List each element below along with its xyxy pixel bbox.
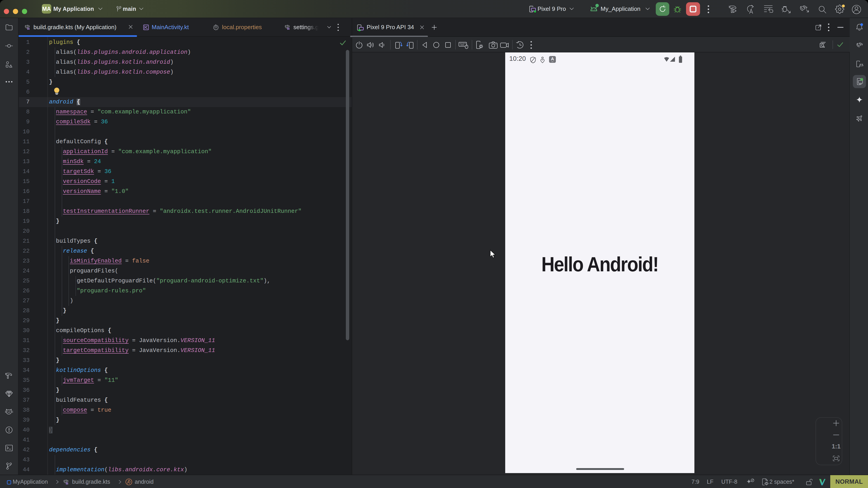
svg-text:...: ... [551, 60, 553, 62]
